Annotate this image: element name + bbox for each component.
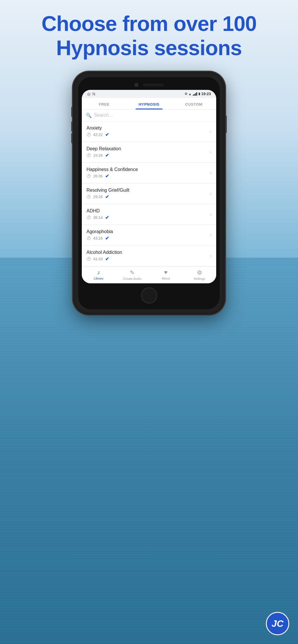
clock-icon-adhd: 🕐 bbox=[86, 215, 91, 219]
session-duration-grief: 29:26 bbox=[93, 195, 103, 199]
session-info-deep-relaxation: Deep Relaxation 🕐 15:26 ✔ bbox=[86, 146, 207, 158]
chevron-icon-grief: › bbox=[210, 191, 212, 197]
session-meta-deep-relaxation: 🕐 15:26 ✔ bbox=[86, 153, 207, 158]
clock-icon-happiness: 🕐 bbox=[86, 174, 91, 178]
session-title-alcohol: Alcohol Addiction bbox=[86, 250, 207, 255]
session-duration-agoraphobia: 43:16 bbox=[93, 236, 103, 240]
battery-icon: ▮ bbox=[198, 92, 200, 96]
location-icon: ⊙ bbox=[185, 92, 187, 96]
session-meta-happiness: 🕐 26:36 ✔ bbox=[86, 173, 207, 179]
chevron-icon-agoraphobia: › bbox=[210, 232, 212, 238]
tab-free[interactable]: FREE bbox=[82, 98, 127, 109]
session-item-deep-relaxation[interactable]: Deep Relaxation 🕐 15:26 ✔ › bbox=[82, 142, 216, 162]
session-duration-adhd: 35:14 bbox=[93, 215, 103, 220]
session-item-grief[interactable]: Resolving Grief/Guilt 🕐 29:26 ✔ › bbox=[82, 184, 216, 204]
home-button[interactable] bbox=[141, 287, 157, 303]
clock-icon-alcohol: 🕐 bbox=[86, 257, 91, 261]
create-audio-icon: ✎ bbox=[130, 269, 135, 276]
whatsapp-icon: ◎ bbox=[87, 92, 91, 96]
session-duration-alcohol: 41:43 bbox=[93, 257, 103, 261]
nav-create-label: Create Audio bbox=[123, 277, 142, 280]
check-icon-happiness: ✔ bbox=[105, 173, 109, 179]
session-meta-agoraphobia: 🕐 43:16 ✔ bbox=[86, 235, 207, 241]
session-meta-anxiety: 🕐 42:22 ✔ bbox=[86, 132, 207, 137]
session-list: Anxiety 🕐 42:22 ✔ › Deep Relaxation bbox=[82, 121, 216, 266]
chevron-icon-adhd: › bbox=[210, 211, 212, 217]
session-info-alcohol: Alcohol Addiction 🕐 41:43 ✔ bbox=[86, 250, 207, 262]
chevron-icon-anxiety: › bbox=[210, 128, 212, 135]
bottom-nav[interactable]: ♪ Library ✎ Create Audio ♥ About ⚙ Setti… bbox=[82, 266, 216, 283]
settings-icon: ⚙ bbox=[197, 269, 202, 276]
notification-icon: N bbox=[92, 92, 95, 96]
jc-logo: JC bbox=[266, 612, 289, 635]
chevron-icon-happiness: › bbox=[210, 170, 212, 176]
library-icon: ♪ bbox=[97, 269, 100, 276]
check-icon-alcohol: ✔ bbox=[105, 256, 109, 262]
search-bar[interactable]: 🔍 Search... bbox=[82, 110, 216, 121]
check-icon-grief: ✔ bbox=[105, 194, 109, 200]
wifi-icon: ▲ bbox=[188, 92, 192, 96]
clock-icon-anxiety: 🕐 bbox=[86, 132, 91, 137]
speaker-slot bbox=[143, 84, 164, 86]
check-icon-anxiety: ✔ bbox=[105, 132, 109, 137]
session-title-deep-relaxation: Deep Relaxation bbox=[86, 146, 207, 151]
status-left-icons: ◎ N bbox=[87, 92, 95, 96]
headline-line2: Hypnosis sessions bbox=[56, 36, 242, 60]
session-title-agoraphobia: Agoraphobia bbox=[86, 229, 207, 234]
phone-shell: ◎ N ⊙ ▲ ▮ 19:23 bbox=[73, 72, 225, 315]
chevron-icon-deep-relaxation: › bbox=[210, 149, 212, 155]
nav-about-label: About bbox=[162, 277, 170, 280]
camera-icon bbox=[134, 83, 138, 87]
clock-icon-grief: 🕐 bbox=[86, 195, 91, 199]
nav-create-audio[interactable]: ✎ Create Audio bbox=[115, 269, 149, 280]
check-icon-deep-relaxation: ✔ bbox=[105, 153, 109, 158]
session-item-adhd[interactable]: ADHD 🕐 35:14 ✔ › bbox=[82, 204, 216, 224]
search-placeholder: Search... bbox=[94, 113, 113, 118]
session-info-grief: Resolving Grief/Guilt 🕐 29:26 ✔ bbox=[86, 188, 207, 200]
status-right-area: ⊙ ▲ ▮ 19:23 bbox=[185, 92, 211, 96]
session-item-alcohol[interactable]: Alcohol Addiction 🕐 41:43 ✔ › bbox=[82, 246, 216, 266]
jc-logo-text: JC bbox=[272, 618, 284, 629]
session-info-anxiety: Anxiety 🕐 42:22 ✔ bbox=[86, 125, 207, 137]
phone-bezel: ◎ N ⊙ ▲ ▮ 19:23 bbox=[78, 77, 220, 309]
clock-icon-deep-relaxation: 🕐 bbox=[86, 153, 91, 157]
session-title-grief: Resolving Grief/Guilt bbox=[86, 188, 207, 193]
session-meta-grief: 🕐 29:26 ✔ bbox=[86, 194, 207, 200]
nav-settings-label: Settings bbox=[194, 277, 205, 280]
tab-bar[interactable]: FREE HYPNOSIS CUSTOM bbox=[82, 98, 216, 110]
session-item-happiness[interactable]: Happiness & Confidence 🕐 26:36 ✔ › bbox=[82, 163, 216, 183]
check-icon-agoraphobia: ✔ bbox=[105, 235, 109, 241]
status-bar: ◎ N ⊙ ▲ ▮ 19:23 bbox=[82, 90, 216, 98]
headline-line1: Choose from over 100 bbox=[41, 12, 257, 35]
clock-display: 19:23 bbox=[201, 92, 211, 96]
session-duration-deep-relaxation: 15:26 bbox=[93, 153, 103, 158]
session-meta-adhd: 🕐 35:14 ✔ bbox=[86, 215, 207, 220]
session-duration-happiness: 26:36 bbox=[93, 174, 103, 178]
check-icon-adhd: ✔ bbox=[105, 215, 109, 220]
session-duration-anxiety: 42:22 bbox=[93, 132, 103, 137]
nav-settings[interactable]: ⚙ Settings bbox=[183, 269, 216, 280]
session-info-happiness: Happiness & Confidence 🕐 26:36 ✔ bbox=[86, 167, 207, 179]
clock-icon-agoraphobia: 🕐 bbox=[86, 236, 91, 240]
session-info-adhd: ADHD 🕐 35:14 ✔ bbox=[86, 208, 207, 220]
session-title-anxiety: Anxiety bbox=[86, 125, 207, 131]
about-icon: ♥ bbox=[164, 269, 168, 276]
phone-mockup: ◎ N ⊙ ▲ ▮ 19:23 bbox=[73, 72, 225, 315]
session-title-happiness: Happiness & Confidence bbox=[86, 167, 207, 172]
session-title-adhd: ADHD bbox=[86, 208, 207, 214]
header-section: Choose from over 100 Hypnosis sessions bbox=[24, 0, 274, 69]
session-item-agoraphobia[interactable]: Agoraphobia 🕐 43:16 ✔ › bbox=[82, 225, 216, 245]
session-item-anxiety[interactable]: Anxiety 🕐 42:22 ✔ › bbox=[82, 121, 216, 142]
tab-hypnosis[interactable]: HYPNOSIS bbox=[127, 98, 171, 109]
nav-about[interactable]: ♥ About bbox=[149, 269, 183, 280]
phone-screen: ◎ N ⊙ ▲ ▮ 19:23 bbox=[82, 90, 216, 283]
tab-custom[interactable]: CUSTOM bbox=[171, 98, 216, 109]
session-info-agoraphobia: Agoraphobia 🕐 43:16 ✔ bbox=[86, 229, 207, 241]
main-headline: Choose from over 100 Hypnosis sessions bbox=[41, 12, 257, 60]
nav-library-label: Library bbox=[94, 277, 104, 280]
phone-top-bar bbox=[82, 81, 216, 90]
chevron-icon-alcohol: › bbox=[210, 253, 212, 259]
session-meta-alcohol: 🕐 41:43 ✔ bbox=[86, 256, 207, 262]
signal-bars bbox=[193, 92, 197, 96]
nav-library[interactable]: ♪ Library bbox=[82, 269, 115, 280]
